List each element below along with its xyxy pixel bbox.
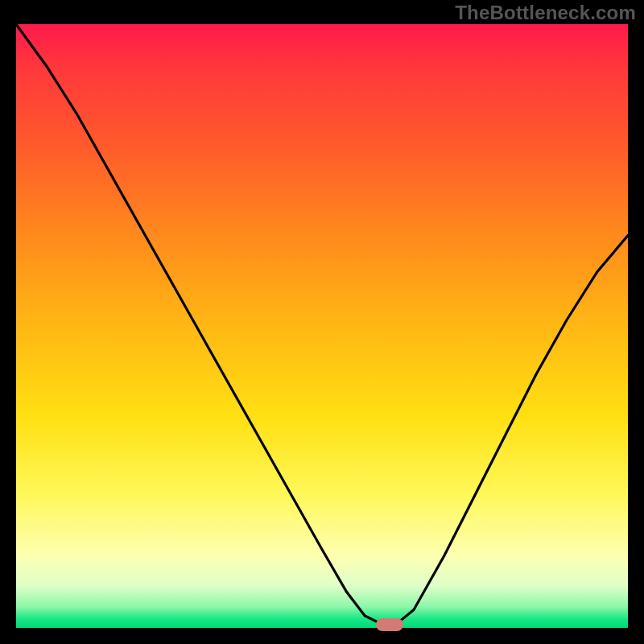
watermark-text: TheBottleneck.com: [455, 2, 636, 24]
optimum-marker: [376, 618, 403, 631]
plot-area: [16, 24, 628, 628]
bottleneck-curve: [16, 24, 628, 628]
chart-frame: TheBottleneck.com: [0, 0, 644, 644]
curve-path: [16, 24, 628, 625]
